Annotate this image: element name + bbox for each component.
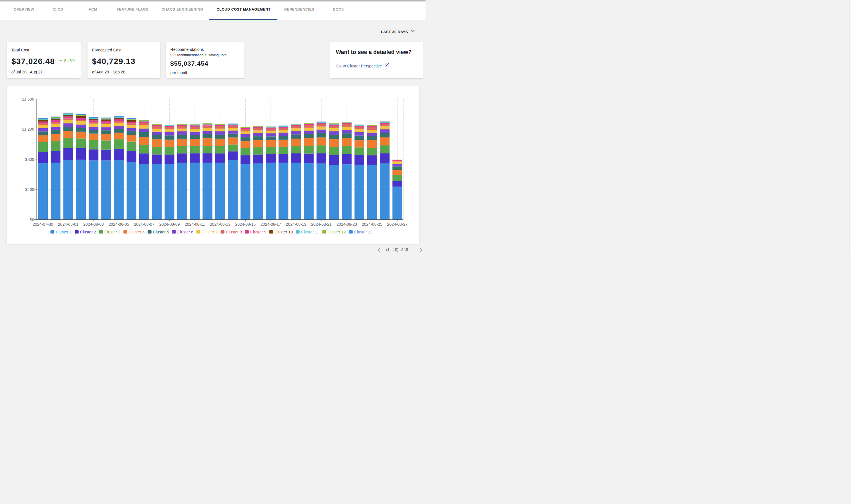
svg-text:2024-08-13: 2024-08-13 [210,222,230,226]
svg-text:Cluster 7: Cluster 7 [202,230,218,234]
svg-text:2024-08-21: 2024-08-21 [311,222,332,226]
svg-text:Cluster 2: Cluster 2 [80,230,96,234]
svg-text:2024-08-19: 2024-08-19 [286,222,307,226]
svg-text:2024-08-15: 2024-08-15 [235,222,256,226]
svg-text:$400: $400 [25,187,34,192]
svg-text:Cluster 6: Cluster 6 [177,230,193,234]
svg-text:Cluster 1: Cluster 1 [56,230,72,234]
svg-text:$1,600: $1,600 [22,96,34,101]
svg-text:Cluster 12: Cluster 12 [328,230,346,234]
svg-text:$800: $800 [25,157,34,161]
svg-text:Cluster 8: Cluster 8 [226,230,242,234]
svg-text:2024-08-07: 2024-08-07 [134,222,154,226]
svg-text:2024-08-09: 2024-08-09 [159,222,180,226]
svg-text:2024-08-11: 2024-08-11 [185,222,205,226]
svg-text:2024-08-03: 2024-08-03 [83,222,104,226]
svg-text:2024-08-23: 2024-08-23 [336,222,357,226]
svg-text:$1,200: $1,200 [22,127,34,131]
svg-text:Cluster 3: Cluster 3 [104,230,120,234]
svg-text:Cluster 10: Cluster 10 [275,230,293,234]
svg-text:2024-08-01: 2024-08-01 [58,222,79,226]
svg-text:$0: $0 [30,217,34,222]
svg-text:2024-08-17: 2024-08-17 [261,222,281,226]
svg-text:2024-08-27: 2024-08-27 [387,222,408,226]
svg-text:Cluster 5: Cluster 5 [153,230,169,234]
svg-text:2024-08-05: 2024-08-05 [109,222,129,226]
svg-text:2024-08-25: 2024-08-25 [362,222,382,226]
svg-text:Cluster 13: Cluster 13 [354,230,372,234]
svg-text:Cluster 11: Cluster 11 [301,230,319,234]
svg-text:2024-07-30: 2024-07-30 [33,222,53,226]
svg-text:Cluster 4: Cluster 4 [129,230,145,234]
svg-text:Cluster 9: Cluster 9 [250,230,266,234]
